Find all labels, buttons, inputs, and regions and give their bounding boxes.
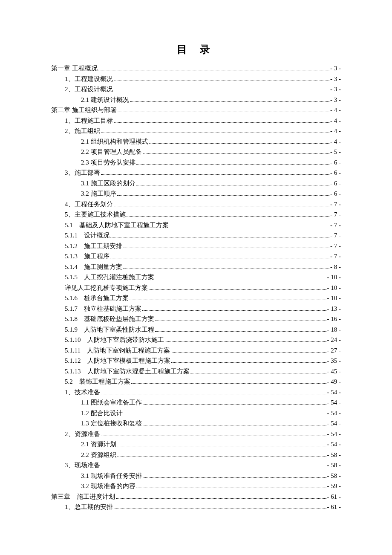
toc-entry-label: 2.1 资源计划 xyxy=(81,439,116,449)
toc-dots xyxy=(136,164,330,165)
toc-entry[interactable]: 1、技术准备- 54 - xyxy=(65,387,341,397)
toc-container: 第一章 工程概况- 3 -1、工程建设概况- 3 -2、工程设计概况- 3 -2… xyxy=(51,63,341,512)
toc-entry[interactable]: 5.1.1 设计概况- 7 - xyxy=(65,230,341,240)
toc-dots xyxy=(110,258,329,258)
toc-entry[interactable]: 5.1.8 基础底板砼垫层施工方案- 16 - xyxy=(65,314,341,324)
toc-entry[interactable]: 5.1.9 人防地下室柔性防水工程- 18 - xyxy=(65,324,341,335)
toc-entry[interactable]: 3.2 现场准备的内容- 59 - xyxy=(81,481,341,491)
toc-entry[interactable]: 4、工程任务划分- 7 - xyxy=(65,199,341,209)
toc-entry-page: - 10 - xyxy=(327,272,341,282)
toc-entry[interactable]: 2.1 资源计划- 54 - xyxy=(81,439,341,449)
toc-entry[interactable]: 5.1.10 人防地下室后浇带防水施工- 24 - xyxy=(65,335,341,345)
toc-entry[interactable]: 2、资源准备- 54 - xyxy=(65,429,341,439)
toc-entry-page: - 45 - xyxy=(327,366,341,376)
toc-entry[interactable]: 2、工程设计概况- 3 - xyxy=(65,84,341,94)
toc-entry[interactable]: 5.1.11 人防地下室钢筋工程施工方案- 27 - xyxy=(65,345,341,356)
toc-entry-page: - 7 - xyxy=(330,241,341,251)
toc-entry-label: 3.2 施工顺序 xyxy=(81,188,116,199)
toc-entry-page: - 54 - xyxy=(327,429,341,439)
toc-entry-page: - 10 - xyxy=(327,283,341,293)
toc-entry[interactable]: 5.1.7 独立柱基础施工方案- 13 - xyxy=(65,304,341,314)
toc-entry-page: - 6 - xyxy=(330,168,341,178)
toc-entry[interactable]: 5.1.12 人防地下室模板工程施工方案- 35 - xyxy=(65,356,341,366)
toc-entry[interactable]: 2.1 组织机构和管理模式- 4 - xyxy=(81,136,341,147)
toc-entry[interactable]: 5、主要施工技术措施- 7 - xyxy=(65,209,341,220)
toc-entry[interactable]: 3、现场准备- 58 - xyxy=(65,460,341,470)
toc-entry-label: 2.1 建筑设计概况 xyxy=(81,95,129,105)
toc-entry[interactable]: 3.2 施工顺序- 6 - xyxy=(81,188,341,199)
toc-entry[interactable]: 1.1 图纸会审准备工作- 54 - xyxy=(81,397,341,408)
toc-entry-page: - 61 - xyxy=(327,491,341,502)
toc-dots xyxy=(143,477,326,478)
toc-entry-page: - 61 - xyxy=(327,502,341,512)
toc-entry[interactable]: 1、工程建设概况- 3 - xyxy=(65,74,341,84)
toc-entry[interactable]: 3.1 施工区段的划分- 6 - xyxy=(81,178,341,188)
toc-entry[interactable]: 5.2 装饰工程施工方案- 49 - xyxy=(65,376,341,387)
toc-entry-label: 2.2 资源组织 xyxy=(81,450,116,460)
toc-entry[interactable]: 5.1.4 施工测量方案- 8 - xyxy=(65,262,341,272)
toc-entry[interactable]: 5.1 基础及人防地下室工程施工方案- 7 - xyxy=(65,220,341,230)
toc-entry[interactable]: 5.1.6 桩承台施工方案- 10 - xyxy=(65,293,341,303)
toc-dots xyxy=(118,112,329,112)
toc-title: 目 录 xyxy=(51,43,341,56)
toc-entry-label: 2、施工组织 xyxy=(65,126,100,136)
toc-entry-page: - 58 - xyxy=(327,460,341,470)
toc-entry-label: 5.1 基础及人防地下室工程施工方案 xyxy=(65,220,169,230)
toc-entry[interactable]: 5.1.3 施工程序- 7 - xyxy=(65,251,341,261)
toc-entry-label: 5.1.7 独立柱基础施工方案 xyxy=(65,304,141,314)
toc-entry[interactable]: 2、施工组织- 4 - xyxy=(65,126,341,136)
toc-entry[interactable]: 第一章 工程概况- 3 - xyxy=(51,63,341,73)
toc-dots xyxy=(155,279,326,279)
toc-dots xyxy=(114,81,330,81)
toc-dots xyxy=(124,415,326,415)
toc-entry-page: - 10 - xyxy=(327,293,341,303)
toc-dots xyxy=(116,498,326,499)
toc-dots xyxy=(170,227,329,227)
toc-entry-label: 1、技术准备 xyxy=(65,387,100,397)
toc-entry[interactable]: 2.2 项目管理人员配备- 5 - xyxy=(81,147,341,157)
toc-entry[interactable]: 第三章 施工进度计划- 61 - xyxy=(51,491,341,502)
toc-entry[interactable]: 3.1 现场准备任务安排- 58 - xyxy=(81,471,341,481)
toc-entry-label: 1、工程建设概况 xyxy=(65,74,113,84)
toc-entry[interactable]: 2.2 资源组织- 58 - xyxy=(81,450,341,460)
toc-entry-label: 第三章 施工进度计划 xyxy=(51,491,115,502)
toc-entry[interactable]: 第二章 施工组织与部署- 4 - xyxy=(51,105,341,115)
toc-dots xyxy=(143,153,330,154)
toc-dots xyxy=(98,70,329,70)
toc-entry-page: - 3 - xyxy=(330,84,341,94)
toc-entry-label: 2.3 项目劳务队安排 xyxy=(81,157,135,168)
toc-dots xyxy=(130,300,326,300)
toc-entry[interactable]: 5.1.2 施工工期安排- 7 - xyxy=(65,241,341,251)
toc-entry-label: 5.1.8 基础底板砼垫层施工方案 xyxy=(65,314,154,324)
toc-entry[interactable]: 5.1.13 人防地下室防水混凝土工程施工方案- 45 - xyxy=(65,366,341,376)
toc-dots xyxy=(101,174,330,175)
toc-entry-label: 2.1 组织机构和管理模式 xyxy=(81,136,148,147)
toc-entry-page: - 54 - xyxy=(327,418,341,428)
toc-entry-page: - 18 - xyxy=(327,324,341,335)
toc-entry-label: 3.2 现场准备的内容 xyxy=(81,481,135,491)
toc-entry[interactable]: 详见人工挖孔桩专项施工方案- 10 - xyxy=(65,283,341,293)
toc-dots xyxy=(171,362,326,363)
toc-entry[interactable]: 1、总工期的安排- 61 - xyxy=(65,502,341,512)
toc-entry[interactable]: 3、施工部署- 6 - xyxy=(65,168,341,178)
toc-dots xyxy=(114,91,330,91)
toc-entry[interactable]: 1、工程施工目标- 4 - xyxy=(65,116,341,126)
toc-entry[interactable]: 2.1 建筑设计概况- 3 - xyxy=(81,95,341,105)
toc-entry-label: 3.1 施工区段的划分 xyxy=(81,178,135,188)
toc-dots xyxy=(143,404,326,405)
toc-entry-label: 1、工程施工目标 xyxy=(65,116,113,126)
toc-entry-label: 1.3 定位桩接收和复核 xyxy=(81,418,142,428)
toc-entry-label: 3、施工部署 xyxy=(65,168,100,178)
toc-entry-page: - 7 - xyxy=(330,209,341,220)
toc-entry-label: 5.1.6 桩承台施工方案 xyxy=(65,293,129,303)
toc-entry[interactable]: 1.2 配合比设计- 54 - xyxy=(81,408,341,418)
toc-dots xyxy=(101,436,326,436)
toc-dots xyxy=(171,352,326,353)
toc-entry-page: - 7 - xyxy=(330,230,341,240)
toc-entry[interactable]: 5.1.5 人工挖孔灌注桩施工方案- 10 - xyxy=(65,272,341,282)
toc-entry[interactable]: 2.3 项目劳务队安排- 6 - xyxy=(81,157,341,168)
toc-entry-label: 1.1 图纸会审准备工作 xyxy=(81,397,142,408)
toc-entry[interactable]: 1.3 定位桩接收和复核- 54 - xyxy=(81,418,341,428)
toc-entry-page: - 4 - xyxy=(330,136,341,147)
toc-entry-label: 5.1.12 人防地下室模板工程施工方案 xyxy=(65,356,170,366)
